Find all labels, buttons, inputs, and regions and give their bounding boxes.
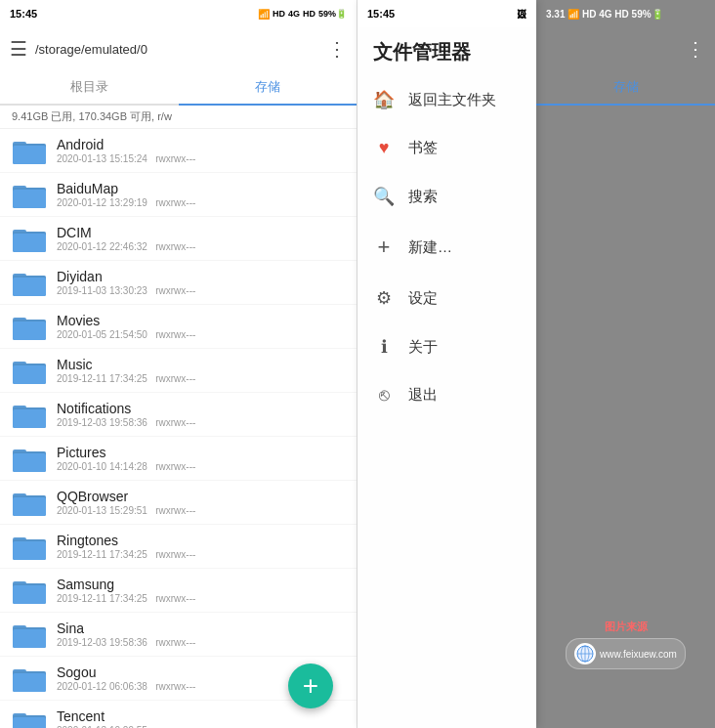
watermark-logo [574, 643, 596, 664]
right-more-options-icon[interactable]: ⋮ [686, 37, 705, 61]
file-item[interactable]: Android 2020-01-13 15:15:24 rwxrwx--- [0, 129, 357, 173]
left-tabs: 根目录 存储 [0, 70, 357, 106]
svg-rect-19 [13, 321, 46, 340]
file-name: Movies [57, 313, 345, 328]
middle-photo-icon: 🖼 [517, 9, 526, 20]
file-item[interactable]: DCIM 2020-01-12 22:46:32 rwxrwx--- [0, 217, 357, 261]
svg-rect-3 [13, 146, 46, 164]
add-icon: + [373, 235, 395, 260]
tab-storage[interactable]: 存储 [179, 70, 358, 104]
file-info: Notifications 2019-12-03 19:58:36 rwxrwx… [57, 401, 345, 428]
more-options-icon[interactable]: ⋮ [327, 37, 347, 61]
file-item[interactable]: Notifications 2019-12-03 19:58:36 rwxrwx… [0, 393, 357, 437]
right-time: 3.31 📶 HD 4G HD 59%🔋 [546, 9, 663, 20]
file-info: Android 2020-01-13 15:15:24 rwxrwx--- [57, 137, 345, 164]
file-name: BaiduMap [57, 181, 345, 196]
file-item[interactable]: Music 2019-12-11 17:34:25 rwxrwx--- [0, 349, 357, 393]
storage-info: 9.41GB 已用, 170.34GB 可用, r/w [0, 106, 357, 129]
file-info: Diyidan 2019-11-03 13:30:23 rwxrwx--- [57, 269, 345, 296]
svg-rect-7 [13, 190, 46, 208]
file-name: Music [57, 357, 345, 372]
svg-rect-43 [13, 585, 46, 604]
file-item[interactable]: Pictures 2020-01-10 14:14:28 rwxrwx--- [0, 437, 357, 481]
battery-icon: 59%🔋 [318, 9, 347, 19]
info-icon: ℹ [373, 336, 395, 358]
menu-item-1[interactable]: ♥ 书签 [358, 124, 536, 172]
folder-icon [12, 576, 47, 605]
menu-item-0[interactable]: 🏠 返回主文件夹 [358, 75, 536, 124]
file-meta: 2020-01-13 15:15:24 rwxrwx--- [57, 153, 345, 164]
middle-header: 文件管理器 [358, 27, 536, 75]
menu-label: 搜索 [408, 188, 438, 206]
file-item[interactable]: Movies 2020-01-05 21:54:50 rwxrwx--- [0, 305, 357, 349]
fab-button[interactable]: + [288, 664, 333, 708]
watermark-source: 图片来源 [546, 620, 705, 634]
file-item[interactable]: Samsung 2019-12-11 17:34:25 rwxrwx--- [0, 569, 357, 613]
search-icon: 🔍 [373, 186, 395, 207]
svg-rect-35 [13, 497, 46, 516]
file-item[interactable]: Diyidan 2019-11-03 13:30:23 rwxrwx--- [0, 261, 357, 305]
left-top-bar: ☰ /storage/emulated/0 ⋮ [0, 27, 357, 70]
svg-rect-15 [13, 278, 46, 296]
folder-icon [12, 224, 47, 253]
file-item[interactable]: Ringtones 2019-12-11 17:34:25 rwxrwx--- [0, 525, 357, 569]
left-panel: 15:45 📶 HD 4G HD 59%🔋 ☰ /storage/emulate… [0, 0, 358, 728]
file-meta: 2019-12-11 17:34:25 rwxrwx--- [57, 593, 345, 604]
tab-root[interactable]: 根目录 [0, 70, 179, 104]
menu-label: 设定 [408, 289, 438, 308]
menu-item-4[interactable]: ⚙ 设定 [358, 274, 536, 322]
file-name: Samsung [57, 577, 345, 592]
file-meta: 2020-01-10 14:14:28 rwxrwx--- [57, 461, 345, 472]
file-info: QQBrowser 2020-01-13 15:29:51 rwxrwx--- [57, 489, 345, 516]
file-name: Notifications [57, 401, 345, 416]
right-panel: 3.31 📶 HD 4G HD 59%🔋 ⋮ 存储 图片来源 www.feixu… [536, 0, 715, 728]
network-icon: 4G [288, 9, 300, 19]
folder-icon [12, 707, 47, 728]
file-meta: 2019-12-03 19:58:36 rwxrwx--- [57, 417, 345, 428]
watermark-badge: www.feixuew.com [566, 638, 686, 669]
folder-icon [12, 180, 47, 209]
right-tab-storage[interactable]: 存储 [536, 70, 715, 106]
file-info: Tencent 2020-01-13 10:29:55 rwxrwx--- [57, 708, 345, 728]
menu-item-3[interactable]: + 新建… [358, 221, 536, 274]
left-status-icons: 📶 HD 4G HD 59%🔋 [258, 9, 347, 20]
menu-item-6[interactable]: ⎋ 退出 [358, 371, 536, 419]
menu-label: 关于 [408, 338, 438, 357]
app-title: 文件管理器 [373, 39, 521, 65]
hd-icon: HD [273, 9, 285, 19]
menu-item-2[interactable]: 🔍 搜索 [358, 172, 536, 221]
file-item[interactable]: BaiduMap 2020-01-12 13:29:19 rwxrwx--- [0, 173, 357, 217]
file-item[interactable]: Sina 2019-12-03 19:58:36 rwxrwx--- [0, 613, 357, 657]
svg-rect-23 [13, 365, 46, 384]
file-info: DCIM 2020-01-12 22:46:32 rwxrwx--- [57, 225, 345, 252]
svg-rect-27 [13, 409, 46, 428]
menu-list: 🏠 返回主文件夹 ♥ 书签 🔍 搜索 + 新建… ⚙ 设定 ℹ 关于 ⎋ 退出 [358, 75, 536, 728]
folder-icon [12, 136, 47, 165]
middle-status-icons: 🖼 [517, 9, 526, 20]
hd2-icon: HD [303, 9, 315, 19]
file-name: Tencent [57, 708, 345, 724]
file-meta: 2020-01-12 13:29:19 rwxrwx--- [57, 197, 345, 208]
file-name: Ringtones [57, 533, 345, 548]
svg-rect-11 [13, 234, 46, 252]
home-icon: 🏠 [373, 89, 395, 110]
file-info: Sina 2019-12-03 19:58:36 rwxrwx--- [57, 621, 345, 648]
right-tabs: 存储 [536, 70, 715, 106]
file-info: Movies 2020-01-05 21:54:50 rwxrwx--- [57, 313, 345, 340]
menu-item-5[interactable]: ℹ 关于 [358, 322, 536, 371]
right-top-bar: ⋮ [536, 27, 715, 70]
menu-label: 退出 [408, 386, 438, 405]
file-info: Ringtones 2019-12-11 17:34:25 rwxrwx--- [57, 533, 345, 560]
left-status-bar: 15:45 📶 HD 4G HD 59%🔋 [0, 0, 357, 27]
hamburger-icon[interactable]: ☰ [10, 37, 27, 61]
file-info: Samsung 2019-12-11 17:34:25 rwxrwx--- [57, 577, 345, 604]
left-time: 15:45 [10, 8, 37, 20]
folder-icon [12, 664, 47, 693]
file-name: Sina [57, 621, 345, 636]
svg-rect-55 [13, 717, 46, 728]
file-meta: 2019-12-11 17:34:25 rwxrwx--- [57, 549, 345, 560]
right-status-bar: 3.31 📶 HD 4G HD 59%🔋 [536, 0, 715, 27]
menu-label: 书签 [408, 139, 438, 157]
current-path: /storage/emulated/0 [35, 42, 319, 57]
file-item[interactable]: QQBrowser 2020-01-13 15:29:51 rwxrwx--- [0, 481, 357, 525]
